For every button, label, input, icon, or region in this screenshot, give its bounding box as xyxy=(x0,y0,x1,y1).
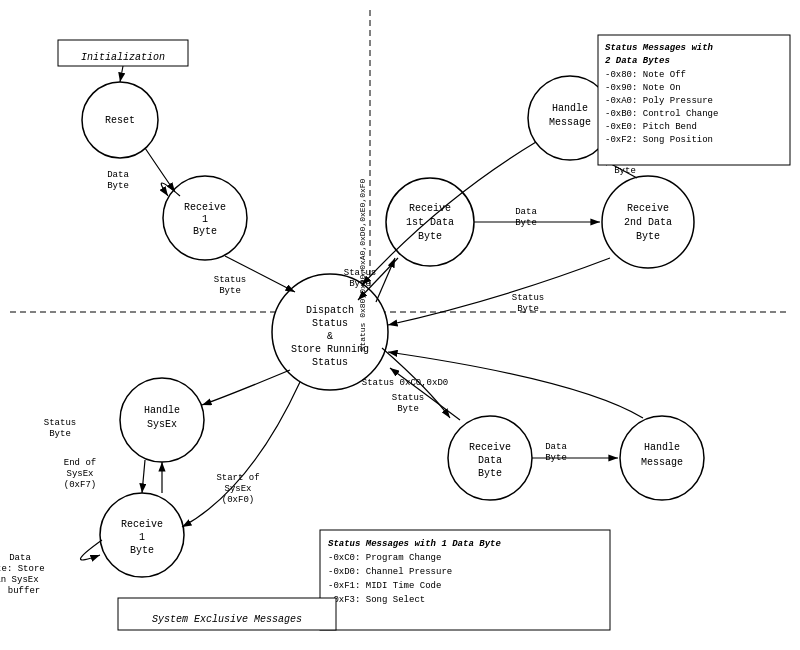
svg-text:1: 1 xyxy=(202,214,208,225)
svg-text:2nd Data: 2nd Data xyxy=(624,217,672,228)
svg-text:Status: Status xyxy=(44,418,76,428)
svg-text:Status 0x80,0x90,0xA0,0xD0,0xE: Status 0x80,0x90,0xA0,0xD0,0xE0,0xF0 xyxy=(358,178,367,351)
svg-text:(0xF7): (0xF7) xyxy=(64,480,96,490)
receive1byte-top-label: Receive xyxy=(184,202,226,213)
svg-text:Status: Status xyxy=(344,268,376,278)
svg-text:Receive: Receive xyxy=(121,519,163,530)
svg-text:Status: Status xyxy=(512,293,544,303)
svg-text:Status Messages with 1 Data By: Status Messages with 1 Data Byte xyxy=(328,539,501,549)
svg-text:Data: Data xyxy=(478,455,502,466)
initialization-label: Initialization xyxy=(81,52,165,63)
svg-text:-0x90: Note On: -0x90: Note On xyxy=(605,83,681,93)
svg-text:Receive: Receive xyxy=(627,203,669,214)
svg-text:Handle: Handle xyxy=(644,442,680,453)
diagram-svg: Reset Receive 1 Byte Handle Message Rece… xyxy=(0,0,800,650)
svg-text:Byte: Byte xyxy=(614,166,636,176)
svg-text:-0xE0: Pitch Bend: -0xE0: Pitch Bend xyxy=(605,122,697,132)
svg-text:Dispatch: Dispatch xyxy=(306,305,354,316)
svg-text:Byte: Byte xyxy=(193,226,217,237)
reset-label: Reset xyxy=(105,115,135,126)
control-change: -0xB0: Control Change xyxy=(605,109,718,119)
svg-text:Data: Data xyxy=(9,553,31,563)
poly-pressure: -0xA0: Poly Pressure xyxy=(605,96,713,106)
svg-text:Status: Status xyxy=(392,393,424,403)
svg-text:Byte: Byte xyxy=(130,545,154,556)
svg-text:1: 1 xyxy=(139,532,145,543)
svg-text:Byte: Byte xyxy=(219,286,241,296)
svg-text:in SysEx: in SysEx xyxy=(0,575,39,585)
svg-text:Byte: Byte xyxy=(49,429,71,439)
svg-text:-0xC0: Program Change: -0xC0: Program Change xyxy=(328,553,441,563)
svg-text:buffer: buffer xyxy=(8,586,40,596)
svg-text:Byte: Byte xyxy=(515,218,537,228)
legend-top-title1: Status Messages with xyxy=(605,43,714,53)
svg-text:Byte: Store: Byte: Store xyxy=(0,564,45,574)
svg-text:Byte: Byte xyxy=(418,231,442,242)
svg-text:Message: Message xyxy=(641,457,683,468)
svg-text:Receive: Receive xyxy=(409,203,451,214)
svg-text:-0x80: Note Off: -0x80: Note Off xyxy=(605,70,686,80)
svg-text:(0xF0): (0xF0) xyxy=(222,495,254,505)
svg-text:Byte: Byte xyxy=(349,279,371,289)
svg-text:-0xF2: Song Position: -0xF2: Song Position xyxy=(605,135,713,145)
svg-text:Status: Status xyxy=(312,357,348,368)
svg-text:-0xF3: Song Select: -0xF3: Song Select xyxy=(328,595,425,605)
svg-text:-0xF1: MIDI Time Code: -0xF1: MIDI Time Code xyxy=(328,581,441,591)
svg-text:2 Data Bytes: 2 Data Bytes xyxy=(605,56,670,66)
svg-text:Byte: Byte xyxy=(517,304,539,314)
svg-text:Message: Message xyxy=(549,117,591,128)
svg-text:Data: Data xyxy=(107,170,129,180)
svg-text:Byte: Byte xyxy=(636,231,660,242)
svg-text:-0xD0: Channel Pressure: -0xD0: Channel Pressure xyxy=(328,567,452,577)
svg-text:Status: Status xyxy=(312,318,348,329)
svg-text:Byte: Byte xyxy=(478,468,502,479)
svg-text:Byte: Byte xyxy=(107,181,129,191)
sysex-label: System Exclusive Messages xyxy=(152,614,302,625)
svg-text:Status: Status xyxy=(214,275,246,285)
svg-text:SysEx: SysEx xyxy=(224,484,251,494)
svg-text:Receive: Receive xyxy=(469,442,511,453)
svg-text:SysEx: SysEx xyxy=(147,419,177,430)
svg-text:&: & xyxy=(327,331,333,342)
svg-text:Data: Data xyxy=(545,442,567,452)
svg-text:Byte: Byte xyxy=(397,404,419,414)
svg-text:Start of: Start of xyxy=(216,473,259,483)
svg-text:Byte: Byte xyxy=(545,453,567,463)
svg-text:SysEx: SysEx xyxy=(66,469,93,479)
svg-text:Data: Data xyxy=(515,207,537,217)
svg-text:End of: End of xyxy=(64,458,96,468)
svg-text:Handle: Handle xyxy=(144,405,180,416)
svg-line-30 xyxy=(120,66,123,82)
svg-text:Handle: Handle xyxy=(552,103,588,114)
